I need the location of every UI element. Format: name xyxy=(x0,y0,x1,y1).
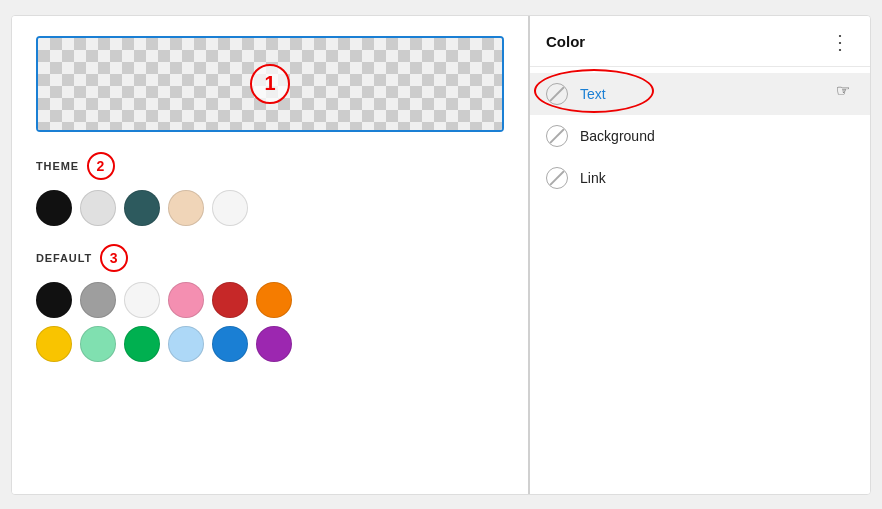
theme-swatch-white-gray[interactable] xyxy=(212,190,248,226)
right-panel: Color ⋮ Text☞BackgroundLink xyxy=(530,16,870,494)
color-item-label-link: Link xyxy=(580,170,606,186)
default-swatch-blue[interactable] xyxy=(212,326,248,362)
theme-swatch-teal[interactable] xyxy=(124,190,160,226)
default-swatch-gray[interactable] xyxy=(80,282,116,318)
theme-color-row xyxy=(36,190,504,226)
no-color-icon-background xyxy=(546,125,568,147)
badge-2: 2 xyxy=(87,152,115,180)
color-list-item-link[interactable]: Link xyxy=(530,157,870,199)
theme-swatch-peach[interactable] xyxy=(168,190,204,226)
default-swatch-light-green[interactable] xyxy=(80,326,116,362)
theme-swatch-light-gray[interactable] xyxy=(80,190,116,226)
theme-swatch-black[interactable] xyxy=(36,190,72,226)
badge-1: 1 xyxy=(250,64,290,104)
badge-3: 3 xyxy=(100,244,128,272)
right-header: Color ⋮ xyxy=(530,16,870,67)
color-list-item-background[interactable]: Background xyxy=(530,115,870,157)
default-colors xyxy=(36,282,504,362)
color-item-label-background: Background xyxy=(580,128,655,144)
theme-section-label: THEME 2 xyxy=(36,152,504,180)
default-swatch-orange[interactable] xyxy=(256,282,292,318)
color-type-list: Text☞BackgroundLink xyxy=(530,67,870,205)
default-section-label: DEFAULT 3 xyxy=(36,244,504,272)
no-color-icon-link xyxy=(546,167,568,189)
color-list-item-text[interactable]: Text☞ xyxy=(530,73,870,115)
color-item-label-text: Text xyxy=(580,86,606,102)
main-container: 1 THEME 2 DEFAULT 3 Color ⋮ Text xyxy=(11,15,871,495)
left-panel: 1 THEME 2 DEFAULT 3 xyxy=(12,16,530,494)
default-swatch-near-white[interactable] xyxy=(124,282,160,318)
default-row-2 xyxy=(36,326,504,362)
more-options-button[interactable]: ⋮ xyxy=(826,30,854,54)
default-swatch-black[interactable] xyxy=(36,282,72,318)
default-swatch-dark-red[interactable] xyxy=(212,282,248,318)
default-swatch-green[interactable] xyxy=(124,326,160,362)
cursor-hand-icon: ☞ xyxy=(836,81,850,100)
default-swatch-light-blue[interactable] xyxy=(168,326,204,362)
no-color-icon-text xyxy=(546,83,568,105)
default-swatch-pink[interactable] xyxy=(168,282,204,318)
default-swatch-purple[interactable] xyxy=(256,326,292,362)
preview-box: 1 xyxy=(36,36,504,132)
default-swatch-yellow[interactable] xyxy=(36,326,72,362)
color-panel-title: Color xyxy=(546,33,585,50)
default-row-1 xyxy=(36,282,504,318)
